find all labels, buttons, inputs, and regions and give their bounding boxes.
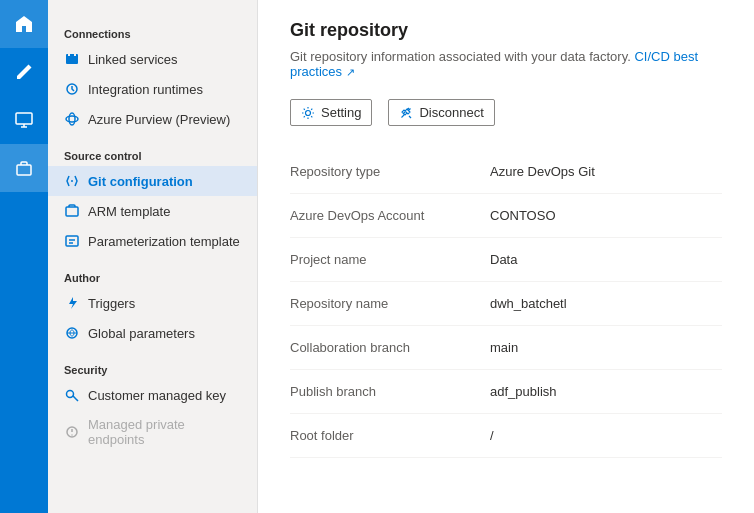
disconnect-button[interactable]: Disconnect: [388, 99, 494, 126]
linked-services-label: Linked services: [88, 52, 178, 67]
field-repository-name-value: dwh_batchetl: [490, 296, 567, 311]
azure-purview-label: Azure Purview (Preview): [88, 112, 230, 127]
field-project-name-label: Project name: [290, 252, 490, 267]
setting-icon: [301, 106, 315, 120]
author-header: Author: [48, 256, 257, 288]
svg-rect-1: [17, 165, 31, 175]
integration-runtimes-label: Integration runtimes: [88, 82, 203, 97]
parameterization-template-icon: [64, 233, 80, 249]
subtitle-text: Git repository information associated wi…: [290, 49, 631, 64]
field-repository-type: Repository type Azure DevOps Git: [290, 150, 722, 194]
svg-point-3: [66, 116, 78, 122]
edit-icon: [14, 62, 34, 82]
field-collaboration-branch-value: main: [490, 340, 518, 355]
svg-point-12: [306, 110, 311, 115]
sidebar-item-git-configuration[interactable]: Git configuration: [48, 166, 257, 196]
main-content: Git repository Git repository informatio…: [258, 0, 754, 513]
svg-point-11: [71, 434, 72, 435]
svg-point-4: [69, 113, 75, 125]
icon-bar: [0, 0, 48, 513]
parameterization-template-label: Parameterization template: [88, 234, 240, 249]
field-azure-devops-account: Azure DevOps Account CONTOSO: [290, 194, 722, 238]
managed-private-endpoints-label: Managed private endpoints: [88, 417, 241, 447]
linked-services-icon: [64, 51, 80, 67]
sidebar-item-triggers[interactable]: Triggers: [48, 288, 257, 318]
manage-icon: [14, 158, 34, 178]
icon-bar-monitor[interactable]: [0, 96, 48, 144]
sidebar: Connections Linked services Integration …: [48, 0, 258, 513]
sidebar-item-azure-purview[interactable]: Azure Purview (Preview): [48, 104, 257, 134]
sidebar-item-customer-managed-key[interactable]: Customer managed key: [48, 380, 257, 410]
security-header: Security: [48, 348, 257, 380]
field-root-folder-label: Root folder: [290, 428, 490, 443]
disconnect-icon: [399, 106, 413, 120]
field-root-folder-value: /: [490, 428, 494, 443]
customer-managed-key-label: Customer managed key: [88, 388, 226, 403]
icon-bar-manage[interactable]: [0, 144, 48, 192]
field-repository-type-label: Repository type: [290, 164, 490, 179]
sidebar-item-global-parameters[interactable]: Global parameters: [48, 318, 257, 348]
sidebar-item-linked-services[interactable]: Linked services: [48, 44, 257, 74]
home-icon: [14, 14, 34, 34]
field-collaboration-branch: Collaboration branch main: [290, 326, 722, 370]
svg-rect-5: [66, 207, 78, 216]
arm-template-label: ARM template: [88, 204, 170, 219]
page-subtitle: Git repository information associated wi…: [290, 49, 722, 79]
triggers-label: Triggers: [88, 296, 135, 311]
setting-label: Setting: [321, 105, 361, 120]
disconnect-label: Disconnect: [419, 105, 483, 120]
managed-private-endpoints-icon: [64, 424, 80, 440]
toolbar: Setting Disconnect: [290, 99, 722, 126]
field-root-folder: Root folder /: [290, 414, 722, 458]
connections-header: Connections: [48, 12, 257, 44]
icon-bar-home[interactable]: [0, 0, 48, 48]
svg-rect-0: [16, 113, 32, 124]
field-project-name-value: Data: [490, 252, 517, 267]
svg-line-13: [409, 116, 411, 118]
monitor-icon: [14, 110, 34, 130]
global-parameters-label: Global parameters: [88, 326, 195, 341]
sidebar-item-parameterization-template[interactable]: Parameterization template: [48, 226, 257, 256]
field-project-name: Project name Data: [290, 238, 722, 282]
field-repository-name-label: Repository name: [290, 296, 490, 311]
sidebar-item-integration-runtimes[interactable]: Integration runtimes: [48, 74, 257, 104]
field-azure-devops-account-value: CONTOSO: [490, 208, 556, 223]
sidebar-item-arm-template[interactable]: ARM template: [48, 196, 257, 226]
field-publish-branch: Publish branch adf_publish: [290, 370, 722, 414]
field-azure-devops-account-label: Azure DevOps Account: [290, 208, 490, 223]
setting-button[interactable]: Setting: [290, 99, 372, 126]
page-title: Git repository: [290, 20, 722, 41]
external-link-icon: ↗: [346, 66, 355, 78]
icon-bar-edit[interactable]: [0, 48, 48, 96]
source-control-header: Source control: [48, 134, 257, 166]
customer-managed-key-icon: [64, 387, 80, 403]
triggers-icon: [64, 295, 80, 311]
global-parameters-icon: [64, 325, 80, 341]
field-repository-type-value: Azure DevOps Git: [490, 164, 595, 179]
field-repository-name: Repository name dwh_batchetl: [290, 282, 722, 326]
integration-runtimes-icon: [64, 81, 80, 97]
arm-template-icon: [64, 203, 80, 219]
field-collaboration-branch-label: Collaboration branch: [290, 340, 490, 355]
svg-point-9: [67, 391, 74, 398]
svg-rect-6: [66, 236, 78, 246]
detail-table: Repository type Azure DevOps Git Azure D…: [290, 150, 722, 458]
sidebar-item-managed-private-endpoints[interactable]: Managed private endpoints: [48, 410, 257, 454]
field-publish-branch-label: Publish branch: [290, 384, 490, 399]
azure-purview-icon: [64, 111, 80, 127]
git-configuration-icon: [64, 173, 80, 189]
field-publish-branch-value: adf_publish: [490, 384, 557, 399]
git-configuration-label: Git configuration: [88, 174, 193, 189]
